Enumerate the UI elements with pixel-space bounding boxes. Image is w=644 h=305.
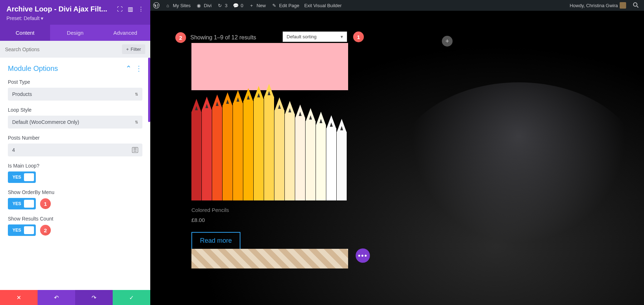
pencil-icon: ✎ (271, 2, 277, 9)
edit-page-label: Edit Page (279, 3, 299, 8)
tab-advanced[interactable]: Advanced (100, 25, 150, 41)
filter-button[interactable]: +Filter (122, 44, 145, 54)
admin-search-button[interactable] (630, 0, 641, 11)
cancel-button[interactable]: ✕ (0, 290, 38, 305)
home-icon: ⌂ (165, 2, 171, 9)
new-label: New (257, 3, 266, 8)
add-module-button[interactable]: + (442, 36, 453, 47)
is-main-loop-toggle[interactable]: YES (8, 171, 36, 183)
page-preview: 2 Showing 1–9 of 12 results Default sort… (150, 11, 644, 305)
svg-point-1 (634, 3, 637, 6)
undo-icon: ↶ (54, 294, 59, 301)
exit-builder-label: Exit Visual Builder (304, 3, 342, 8)
check-icon: ✓ (129, 294, 134, 301)
next-product-image[interactable] (191, 249, 348, 268)
avatar (620, 2, 626, 9)
product-price: £8.00 (191, 217, 205, 223)
redo-button[interactable]: ↷ (75, 290, 113, 305)
sidebar-header: Archive Loop - Divi Ajax Filt... ⛶ ▥ ⋮ P… (0, 0, 150, 25)
show-orderby-label: Show OrderBy Menu (8, 189, 142, 195)
site-name-label: Divi (204, 3, 212, 8)
annotation-badge-2-preview: 2 (175, 32, 186, 43)
module-actions-fab[interactable]: ••• (356, 248, 370, 263)
posts-number-label: Posts Number (8, 135, 142, 141)
my-sites-link[interactable]: ⌂My Sites (165, 2, 191, 9)
howdy-text: Howdy, Christina Gwira (570, 3, 618, 8)
show-results-label: Show Results Count (8, 216, 142, 222)
loop-style-select[interactable]: Default (WooCommerce Only) (8, 116, 142, 129)
read-more-button[interactable]: Read more (191, 232, 240, 250)
module-title: Archive Loop - Divi Ajax Filt... (6, 5, 113, 13)
section-module-options[interactable]: Module Options ⌃⋮ (8, 64, 142, 73)
show-orderby-toggle[interactable]: YES (8, 198, 36, 209)
expand-icon[interactable]: ⛶ (117, 6, 123, 13)
svg-line-2 (637, 6, 638, 8)
product-image[interactable] (191, 43, 348, 200)
plus-icon: + (126, 47, 129, 52)
post-type-label: Post Type (8, 79, 142, 85)
options-search-input[interactable] (5, 47, 118, 52)
annotation-badge-1: 1 (40, 198, 51, 209)
my-sites-label: My Sites (173, 3, 191, 8)
section-more-icon[interactable]: ⋮ (135, 64, 142, 73)
more-icon[interactable]: ⋮ (138, 6, 144, 13)
show-results-toggle[interactable]: YES (8, 224, 36, 236)
results-count-row: 2 Showing 1–9 of 12 results (175, 32, 256, 43)
howdy-link[interactable]: Howdy, Christina Gwira (570, 2, 626, 9)
options-panel: Module Options ⌃⋮ Post Type Products Loo… (0, 58, 150, 290)
module-settings-sidebar: Archive Loop - Divi Ajax Filt... ⛶ ▥ ⋮ P… (0, 0, 150, 305)
dots-icon: ••• (358, 252, 367, 260)
is-main-loop-label: Is Main Loop? (8, 163, 142, 169)
filter-label: Filter (131, 47, 141, 52)
chevron-up-icon[interactable]: ⌃ (126, 64, 132, 73)
sort-dropdown[interactable]: Default sorting (283, 32, 347, 42)
close-icon: ✕ (16, 294, 21, 301)
comments-link[interactable]: 💬0 (233, 2, 243, 9)
sidebar-footer: ✕ ↶ ↷ ✓ (0, 290, 150, 305)
product-title[interactable]: Colored Pencils (191, 207, 229, 213)
loop-style-label: Loop Style (8, 107, 142, 113)
site-name-link[interactable]: ◉Divi (196, 2, 212, 9)
options-search-row: +Filter (0, 41, 150, 58)
posts-number-input[interactable] (8, 144, 142, 156)
comment-icon: 💬 (233, 2, 239, 9)
edit-page-link[interactable]: ✎Edit Page (271, 2, 299, 9)
layout-icon[interactable]: ▥ (128, 6, 133, 13)
post-type-select[interactable]: Products (8, 88, 142, 101)
new-link[interactable]: +New (248, 2, 266, 9)
wp-admin-bar: ⌂My Sites ◉Divi ↻3 💬0 +New ✎Edit Page Ex… (150, 0, 644, 11)
save-button[interactable]: ✓ (113, 290, 150, 305)
annotation-badge-1-preview: 1 (353, 32, 364, 42)
search-icon (633, 2, 639, 9)
comments-count: 0 (241, 3, 243, 8)
preset-selector[interactable]: Preset: Default ▾ (6, 15, 144, 21)
plus-icon: + (248, 2, 255, 9)
gauge-icon: ◉ (196, 2, 202, 9)
tab-content[interactable]: Content (0, 25, 50, 41)
undo-button[interactable]: ↶ (38, 290, 75, 305)
redo-icon: ↷ (92, 294, 96, 301)
plus-icon: + (445, 38, 449, 45)
section-title-text: Module Options (8, 64, 58, 73)
wp-logo[interactable] (153, 2, 160, 9)
settings-tabs: Content Design Advanced (0, 25, 150, 41)
annotation-badge-2: 2 (40, 225, 51, 236)
updates-count: 3 (225, 3, 228, 8)
results-count-text: Showing 1–9 of 12 results (190, 34, 256, 41)
tab-design[interactable]: Design (50, 25, 100, 41)
updates-link[interactable]: ↻3 (217, 2, 228, 9)
wordpress-icon (153, 2, 160, 9)
exit-builder-link[interactable]: Exit Visual Builder (304, 3, 342, 8)
refresh-icon: ↻ (217, 2, 223, 9)
